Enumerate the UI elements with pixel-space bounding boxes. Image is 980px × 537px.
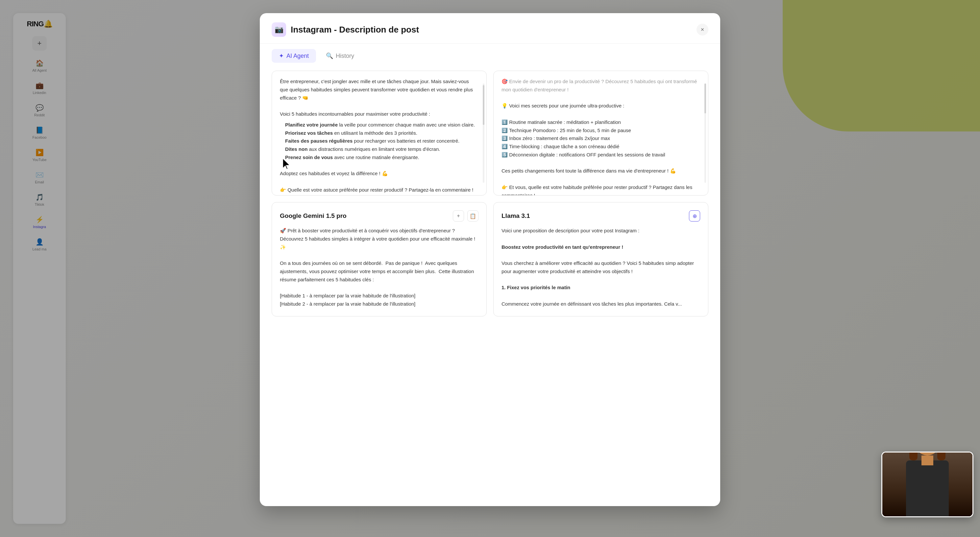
hair-right xyxy=(937,453,945,461)
gemini-line-1: 🚀 Prêt à booster votre productivité et à… xyxy=(280,227,479,251)
top-left-question: 👉 Quelle est votre astuce préférée pour … xyxy=(280,186,479,195)
top-right-question: 👉 Et vous, quelle est votre habitude pré… xyxy=(501,183,700,195)
llama-card-actions: ⊕ xyxy=(689,210,700,221)
llama-line-2: Boostez votre productivité en tant qu'en… xyxy=(501,243,700,251)
tab-history-label: History xyxy=(336,52,354,59)
person-body xyxy=(906,461,949,516)
top-left-intro: Voici 5 habitudes incontournables pour m… xyxy=(280,110,479,118)
history-icon: 🔍 xyxy=(326,52,333,59)
scrollbar-track xyxy=(483,83,484,183)
llama-content-1: Commencez votre journée en définissant v… xyxy=(501,300,700,308)
gemini-result-text: 🚀 Prêt à booster votre productivité et à… xyxy=(280,227,479,308)
modal-overlay: 📷 Instagram - Description de post × ✦ AI… xyxy=(0,0,980,537)
top-right-secret: 💡 Voici mes secrets pour une journée ult… xyxy=(501,102,700,110)
gemini-card-actions: + 📋 xyxy=(453,210,479,221)
llama-card-header: Llama 3.1 ⊕ xyxy=(501,210,700,221)
result-card-top-right: 🎯 Envie de devenir un pro de la producti… xyxy=(493,71,708,195)
modal-icon: 📷 xyxy=(272,22,286,37)
person-neck xyxy=(921,456,933,466)
video-thumbnail xyxy=(881,451,974,517)
top-right-habit-2: 2️⃣ Technique Pomodoro : 25 min de focus… xyxy=(501,127,700,135)
top-left-habit-5: Prenez soin de vous avec une routine mat… xyxy=(280,154,479,162)
video-person-bg xyxy=(882,453,972,516)
gemini-habit-1: [Habitude 1 - à remplacer par la vraie h… xyxy=(280,292,479,300)
ai-agent-icon: ✦ xyxy=(279,52,284,59)
hair-left xyxy=(909,453,918,461)
llama-result-text: Voici une proposition de description pou… xyxy=(501,227,700,308)
top-left-content: Être entrepreneur, c'est jongler avec mi… xyxy=(280,78,479,195)
scrollbar-track-right xyxy=(705,83,706,183)
gemini-habit-2: [Habitude 2 - à remplacer par la vraie h… xyxy=(280,300,479,308)
llama-heading-1: 1. Fixez vos priorités le matin xyxy=(501,284,700,292)
gemini-expand-button[interactable]: + xyxy=(453,210,464,221)
llama-model-name: Llama 3.1 xyxy=(501,212,530,219)
top-cards-row: Être entrepreneur, c'est jongler avec mi… xyxy=(272,71,708,195)
result-card-gemini: Google Gemini 1.5 pro + 📋 🚀 Prêt à boost… xyxy=(272,202,487,316)
top-left-habit-3: Faites des pauses régulières pour rechar… xyxy=(280,137,479,145)
top-left-habit-1: Planifiez votre journée la veille pour c… xyxy=(280,121,479,129)
gemini-model-name: Google Gemini 1.5 pro xyxy=(280,212,347,219)
modal-close-button[interactable]: × xyxy=(697,24,708,35)
top-left-habit-2: Priorisez vos tâches en utilisant la mét… xyxy=(280,129,479,137)
top-right-conclusion: Ces petits changements font toute la dif… xyxy=(501,167,700,175)
modal-header: 📷 Instagram - Description de post × xyxy=(260,13,720,44)
result-card-llama: Llama 3.1 ⊕ Voici une proposition de des… xyxy=(493,202,708,316)
tab-ai-agent[interactable]: ✦ AI Agent xyxy=(272,49,316,63)
top-right-habit-4: 4️⃣ Time-blocking : chaque tâche a son c… xyxy=(501,143,700,151)
llama-expand-button[interactable]: ⊕ xyxy=(689,210,700,221)
llama-line-3: Vous cherchez à améliorer votre efficaci… xyxy=(501,259,700,276)
tab-ai-agent-label: AI Agent xyxy=(286,52,309,59)
modal-body: Être entrepreneur, c'est jongler avec mi… xyxy=(260,63,720,506)
llama-line-1: Voici une proposition de description pou… xyxy=(501,227,700,235)
scrollbar-thumb-right[interactable] xyxy=(705,83,706,113)
top-left-text: Être entrepreneur, c'est jongler avec mi… xyxy=(280,78,479,102)
tab-history[interactable]: 🔍 History xyxy=(319,49,361,63)
top-right-habit-3: 3️⃣ Inbox zéro : traitement des emails 2… xyxy=(501,134,700,143)
modal-tabs: ✦ AI Agent 🔍 History xyxy=(260,44,720,63)
gemini-card-header: Google Gemini 1.5 pro + 📋 xyxy=(280,210,479,221)
gemini-line-2: On a tous des journées où on se sent déb… xyxy=(280,259,479,284)
top-right-content: 🎯 Envie de devenir un pro de la producti… xyxy=(501,78,700,195)
modal-title: Instagram - Description de post xyxy=(291,25,419,35)
bottom-cards-row: Google Gemini 1.5 pro + 📋 🚀 Prêt à boost… xyxy=(272,202,708,316)
top-right-intro: 🎯 Envie de devenir un pro de la producti… xyxy=(501,78,700,94)
scrollbar-thumb[interactable] xyxy=(483,85,484,125)
result-card-top-left: Être entrepreneur, c'est jongler avec mi… xyxy=(272,71,487,195)
top-right-habit-5: 5️⃣ Déconnexion digitale : notifications… xyxy=(501,151,700,159)
top-left-cta: Adoptez ces habitudes et voyez la différ… xyxy=(280,170,479,178)
modal-title-area: 📷 Instagram - Description de post xyxy=(272,22,419,37)
gemini-copy-button[interactable]: 📋 xyxy=(467,210,479,221)
top-right-habit-1: 1️⃣ Routine matinale sacrée : méditation… xyxy=(501,118,700,127)
top-left-habit-4: Dites non aux distractions numériques en… xyxy=(280,145,479,154)
modal-dialog: 📷 Instagram - Description de post × ✦ AI… xyxy=(260,13,720,506)
